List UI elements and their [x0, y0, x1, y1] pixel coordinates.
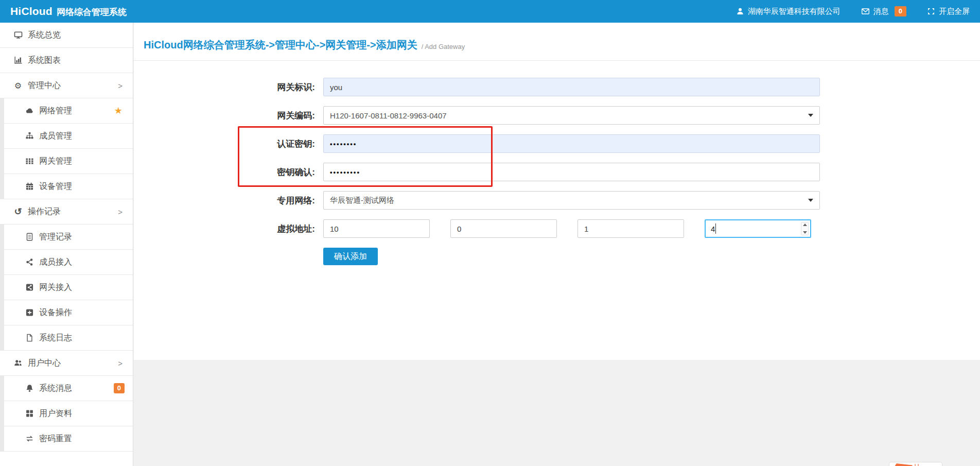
messages-label: 消息: [873, 7, 889, 16]
sidebar-item-gateway-access[interactable]: 网关接入: [0, 275, 133, 300]
sidebar-item-operation-records[interactable]: ↺ 操作记录 >: [0, 199, 133, 225]
sidebar-item-user-profile[interactable]: 用户资料: [0, 401, 133, 426]
sidebar-item-label: 系统总览: [28, 30, 61, 41]
sidebar-item-device-operations[interactable]: 设备操作: [0, 300, 133, 325]
breadcrumb-path: HiCloud网络综合管理系统->管理中心->网关管理->添加网关: [144, 38, 417, 52]
virtual-address-octet-4-input[interactable]: [705, 219, 811, 238]
messages-count-badge: 0: [895, 6, 906, 16]
sidebar-item-label: 管理记录: [39, 232, 72, 243]
add-gateway-form: 网关标识: 网关编码: H120-1607-0811-0812-9963-040…: [134, 61, 980, 265]
support-widget[interactable]: [889, 462, 942, 466]
cloud-icon: [24, 107, 34, 115]
brand-product-name: 网络综合管理系统: [57, 6, 127, 18]
sidebar-item-label: 密码重置: [39, 434, 72, 444]
virtual-address-octet-2-input[interactable]: [450, 219, 557, 238]
share-square-icon: [24, 283, 34, 291]
stepper-down-icon[interactable]: [803, 231, 807, 234]
breadcrumb-suffix: / Add Gateway: [422, 40, 465, 50]
breadcrumb: HiCloud网络综合管理系统->管理中心->网关管理->添加网关 / Add …: [134, 23, 980, 61]
sidebar-item-admin-center[interactable]: ⚙ 管理中心 >: [0, 73, 133, 98]
sidebar-item-label: 系统消息: [39, 383, 72, 394]
content-panel: HiCloud网络综合管理系统->管理中心->网关管理->添加网关 / Add …: [134, 23, 980, 360]
messages-menu[interactable]: 消息 0: [861, 6, 906, 16]
sidebar-item-member-access[interactable]: 成员接入: [0, 250, 133, 275]
topbar-right: 湖南华辰智通科技有限公司 消息 0 开启全屏: [736, 6, 970, 16]
file-icon: [24, 334, 34, 342]
plus-square-icon: [24, 308, 34, 317]
sidebar-item-label: 系统图表: [28, 55, 61, 66]
envelope-icon: [861, 7, 870, 15]
sidebar-item-admin-records[interactable]: 管理记录: [0, 225, 133, 250]
number-stepper[interactable]: [801, 222, 809, 235]
gateway-code-select[interactable]: H120-1607-0811-0812-9963-0407: [323, 106, 820, 125]
gateway-id-input[interactable]: [323, 78, 820, 96]
auth-key-input[interactable]: [323, 134, 820, 153]
refresh-icon: [24, 435, 34, 443]
monitor-icon: [13, 31, 23, 39]
form-row-virtual-address: 虚拟地址:: [134, 219, 980, 238]
chevron-right-icon: >: [118, 208, 122, 216]
support-widget-logo-icon: [918, 464, 919, 466]
gateway-code-selected-value: H120-1607-0811-0812-9963-0407: [330, 111, 447, 120]
sidebar-item-system-messages[interactable]: 系统消息 0: [0, 376, 133, 401]
sidebar-item-device-management[interactable]: 设备管理: [0, 174, 133, 199]
key-confirm-input[interactable]: [323, 163, 820, 181]
sidebar-item-label: 网络管理: [39, 106, 72, 116]
private-network-select[interactable]: 华辰智通-测试网络: [323, 191, 820, 210]
sidebar-item-label: 成员管理: [39, 131, 72, 142]
support-widget-logo-icon: [915, 464, 916, 466]
fullscreen-icon: [927, 7, 935, 15]
sidebar-item-user-center[interactable]: 用户中心 >: [0, 351, 133, 376]
share-icon: [24, 258, 34, 266]
fullscreen-button[interactable]: 开启全屏: [927, 7, 970, 16]
users-icon: [13, 359, 23, 367]
sidebar-item-label: 网关接入: [39, 282, 72, 293]
user-icon: [736, 7, 744, 15]
stepper-up-icon[interactable]: [803, 223, 807, 226]
sidebar-item-label: 用户中心: [28, 358, 61, 369]
grid-large-icon: [24, 409, 34, 418]
sidebar-item-network-management[interactable]: 网络管理 ★: [0, 98, 133, 124]
gateway-code-label: 网关编码:: [134, 110, 323, 122]
sidebar-item-system-overview[interactable]: 系统总览: [0, 23, 133, 48]
sidebar-item-label: 用户资料: [39, 408, 72, 419]
sidebar-item-label: 操作记录: [28, 206, 61, 217]
form-row-auth-key: 认证密钥:: [134, 134, 980, 153]
virtual-address-octet-1-input[interactable]: [323, 219, 430, 238]
form-row-gateway-id: 网关标识:: [134, 78, 980, 96]
grid-icon: [24, 157, 34, 165]
virtual-address-octet-4-wrapper: [705, 219, 811, 238]
topbar: HiCloud 网络综合管理系统 湖南华辰智通科技有限公司 消息 0 开启全屏: [0, 0, 980, 23]
history-icon: ↺: [13, 206, 23, 217]
sidebar-item-label: 设备操作: [39, 307, 72, 318]
sidebar-item-member-management[interactable]: 成员管理: [0, 124, 133, 149]
file-text-icon: [24, 233, 34, 241]
company-name: 湖南华辰智通科技有限公司: [748, 7, 841, 16]
favorite-star-icon[interactable]: ★: [114, 106, 122, 115]
support-widget-logo-icon: [893, 463, 913, 466]
account-menu[interactable]: 湖南华辰智通科技有限公司: [736, 7, 841, 16]
sidebar-item-gateway-management[interactable]: 网关管理: [0, 149, 133, 174]
main-content: HiCloud网络综合管理系统->管理中心->网关管理->添加网关 / Add …: [134, 23, 980, 466]
confirm-add-button[interactable]: 确认添加: [323, 248, 378, 265]
form-row-private-network: 专用网络: 华辰智通-测试网络: [134, 191, 980, 210]
app-logo[interactable]: HiCloud 网络综合管理系统: [10, 5, 127, 18]
key-confirm-label: 密钥确认:: [134, 166, 323, 178]
brand-name: HiCloud: [10, 5, 52, 18]
private-network-selected-value: 华辰智通-测试网络: [330, 196, 394, 205]
calendar-icon: [24, 182, 34, 191]
bell-icon: [24, 384, 34, 392]
form-row-gateway-code: 网关编码: H120-1607-0811-0812-9963-0407: [134, 106, 980, 125]
page: { "topbar": { "brand_bold": "HiCloud", "…: [0, 0, 980, 466]
fullscreen-label: 开启全屏: [939, 7, 970, 16]
virtual-address-label: 虚拟地址:: [134, 223, 323, 235]
virtual-address-octet-3-input[interactable]: [577, 219, 684, 238]
sidebar-item-system-logs[interactable]: 系统日志: [0, 325, 133, 351]
sidebar-item-password-reset[interactable]: 密码重置: [0, 426, 133, 452]
bar-chart-icon: [13, 56, 23, 64]
gateway-id-label: 网关标识:: [134, 81, 323, 93]
chevron-right-icon: >: [118, 81, 122, 90]
sidebar-item-label: 成员接入: [39, 257, 72, 268]
chevron-right-icon: >: [118, 359, 122, 368]
sidebar-item-system-charts[interactable]: 系统图表: [0, 48, 133, 73]
